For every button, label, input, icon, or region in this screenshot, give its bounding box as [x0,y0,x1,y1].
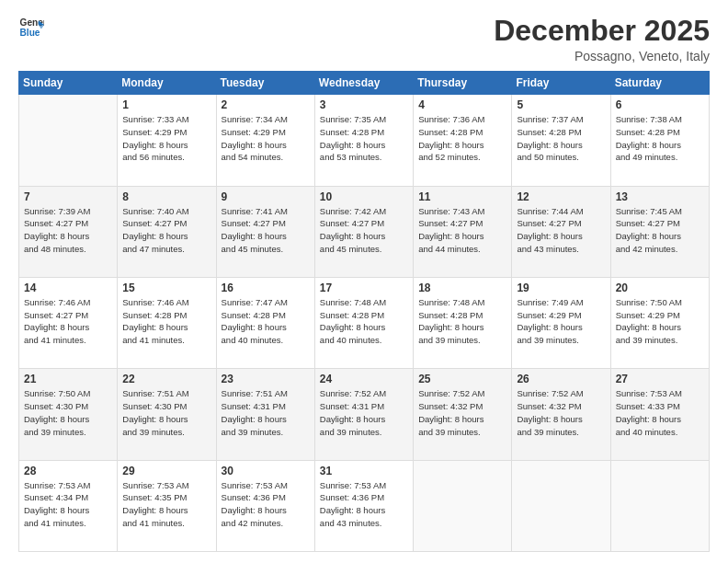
day-info: Sunrise: 7:41 AM Sunset: 4:27 PM Dayligh… [222,205,310,256]
day-info: Sunrise: 7:37 AM Sunset: 4:28 PM Dayligh… [517,113,605,164]
day-info: Sunrise: 7:35 AM Sunset: 4:28 PM Dayligh… [320,113,408,164]
calendar-cell: 1Sunrise: 7:33 AM Sunset: 4:29 PM Daylig… [118,95,216,186]
day-number: 16 [222,282,310,294]
day-number: 28 [24,465,112,477]
calendar-cell: 7Sunrise: 7:39 AM Sunset: 4:27 PM Daylig… [19,186,118,277]
weekday-header-tuesday: Tuesday [216,72,314,95]
weekday-header-row: SundayMondayTuesdayWednesdayThursdayFrid… [19,72,710,95]
day-number: 2 [222,98,310,111]
calendar-cell: 15Sunrise: 7:46 AM Sunset: 4:28 PM Dayli… [118,277,216,368]
calendar-week-2: 7Sunrise: 7:39 AM Sunset: 4:27 PM Daylig… [19,186,710,277]
day-number: 3 [320,98,408,111]
calendar-cell: 8Sunrise: 7:40 AM Sunset: 4:27 PM Daylig… [118,186,216,277]
calendar-cell: 18Sunrise: 7:48 AM Sunset: 4:28 PM Dayli… [414,277,512,368]
day-info: Sunrise: 7:52 AM Sunset: 4:32 PM Dayligh… [517,387,605,438]
day-number: 27 [616,373,704,385]
day-number: 24 [320,373,408,385]
day-info: Sunrise: 7:49 AM Sunset: 4:29 PM Dayligh… [517,296,605,347]
calendar-cell [414,460,512,551]
calendar-cell [610,460,709,551]
weekday-header-monday: Monday [118,72,216,95]
calendar-cell: 5Sunrise: 7:37 AM Sunset: 4:28 PM Daylig… [512,95,610,186]
day-info: Sunrise: 7:47 AM Sunset: 4:28 PM Dayligh… [222,296,310,347]
day-number: 11 [418,190,506,203]
weekday-header-saturday: Saturday [610,72,709,95]
day-number: 6 [616,98,704,111]
location: Possagno, Veneto, Italy [494,49,710,63]
calendar-cell: 29Sunrise: 7:53 AM Sunset: 4:35 PM Dayli… [118,460,216,551]
header: General Blue December 2025 Possagno, Ven… [18,15,710,63]
day-info: Sunrise: 7:48 AM Sunset: 4:28 PM Dayligh… [418,296,506,347]
day-info: Sunrise: 7:48 AM Sunset: 4:28 PM Dayligh… [320,296,408,347]
day-info: Sunrise: 7:43 AM Sunset: 4:27 PM Dayligh… [418,205,506,256]
day-info: Sunrise: 7:52 AM Sunset: 4:31 PM Dayligh… [320,387,408,438]
day-info: Sunrise: 7:53 AM Sunset: 4:35 PM Dayligh… [122,479,210,530]
day-number: 29 [122,465,210,477]
day-number: 13 [616,190,704,203]
calendar-cell: 9Sunrise: 7:41 AM Sunset: 4:27 PM Daylig… [216,186,314,277]
svg-text:Blue: Blue [20,28,40,38]
day-number: 23 [222,373,310,385]
weekday-header-sunday: Sunday [19,72,118,95]
logo-icon: General Blue [18,15,44,40]
day-info: Sunrise: 7:50 AM Sunset: 4:29 PM Dayligh… [616,296,704,347]
day-number: 17 [320,282,408,294]
calendar-cell: 11Sunrise: 7:43 AM Sunset: 4:27 PM Dayli… [414,186,512,277]
calendar-cell: 6Sunrise: 7:38 AM Sunset: 4:28 PM Daylig… [610,95,709,186]
day-number: 10 [320,190,408,203]
day-number: 8 [122,190,210,203]
calendar-cell: 27Sunrise: 7:53 AM Sunset: 4:33 PM Dayli… [610,369,709,460]
day-number: 31 [320,465,408,477]
day-number: 30 [222,465,310,477]
day-number: 22 [122,373,210,385]
day-info: Sunrise: 7:53 AM Sunset: 4:36 PM Dayligh… [222,479,310,530]
month-title: December 2025 [494,15,710,47]
title-block: December 2025 Possagno, Veneto, Italy [494,15,710,63]
day-number: 4 [418,98,506,111]
calendar-cell: 20Sunrise: 7:50 AM Sunset: 4:29 PM Dayli… [610,277,709,368]
logo: General Blue [18,15,44,40]
day-number: 9 [222,190,310,203]
day-number: 18 [418,282,506,294]
calendar-cell: 12Sunrise: 7:44 AM Sunset: 4:27 PM Dayli… [512,186,610,277]
page: General Blue December 2025 Possagno, Ven… [0,0,728,563]
calendar-cell [512,460,610,551]
day-number: 26 [517,373,605,385]
calendar-cell: 10Sunrise: 7:42 AM Sunset: 4:27 PM Dayli… [314,186,413,277]
day-info: Sunrise: 7:52 AM Sunset: 4:32 PM Dayligh… [418,387,506,438]
calendar-cell: 30Sunrise: 7:53 AM Sunset: 4:36 PM Dayli… [216,460,314,551]
day-info: Sunrise: 7:44 AM Sunset: 4:27 PM Dayligh… [517,205,605,256]
calendar-cell: 25Sunrise: 7:52 AM Sunset: 4:32 PM Dayli… [414,369,512,460]
day-info: Sunrise: 7:36 AM Sunset: 4:28 PM Dayligh… [418,113,506,164]
calendar-cell: 26Sunrise: 7:52 AM Sunset: 4:32 PM Dayli… [512,369,610,460]
calendar-cell: 22Sunrise: 7:51 AM Sunset: 4:30 PM Dayli… [118,369,216,460]
day-info: Sunrise: 7:53 AM Sunset: 4:33 PM Dayligh… [616,387,704,438]
calendar-cell: 3Sunrise: 7:35 AM Sunset: 4:28 PM Daylig… [314,95,413,186]
day-info: Sunrise: 7:50 AM Sunset: 4:30 PM Dayligh… [24,387,112,438]
day-info: Sunrise: 7:53 AM Sunset: 4:36 PM Dayligh… [320,479,408,530]
calendar-cell: 13Sunrise: 7:45 AM Sunset: 4:27 PM Dayli… [610,186,709,277]
day-info: Sunrise: 7:46 AM Sunset: 4:27 PM Dayligh… [24,296,112,347]
calendar-cell: 2Sunrise: 7:34 AM Sunset: 4:29 PM Daylig… [216,95,314,186]
calendar-cell: 19Sunrise: 7:49 AM Sunset: 4:29 PM Dayli… [512,277,610,368]
day-info: Sunrise: 7:51 AM Sunset: 4:30 PM Dayligh… [122,387,210,438]
day-info: Sunrise: 7:51 AM Sunset: 4:31 PM Dayligh… [222,387,310,438]
calendar-cell [19,95,118,186]
day-number: 1 [122,98,210,111]
day-info: Sunrise: 7:39 AM Sunset: 4:27 PM Dayligh… [24,205,112,256]
calendar-week-3: 14Sunrise: 7:46 AM Sunset: 4:27 PM Dayli… [19,277,710,368]
calendar-cell: 24Sunrise: 7:52 AM Sunset: 4:31 PM Dayli… [314,369,413,460]
calendar-cell: 4Sunrise: 7:36 AM Sunset: 4:28 PM Daylig… [414,95,512,186]
day-info: Sunrise: 7:42 AM Sunset: 4:27 PM Dayligh… [320,205,408,256]
day-info: Sunrise: 7:33 AM Sunset: 4:29 PM Dayligh… [122,113,210,164]
calendar-cell: 14Sunrise: 7:46 AM Sunset: 4:27 PM Dayli… [19,277,118,368]
weekday-header-wednesday: Wednesday [314,72,413,95]
day-number: 15 [122,282,210,294]
calendar-week-5: 28Sunrise: 7:53 AM Sunset: 4:34 PM Dayli… [19,460,710,551]
day-info: Sunrise: 7:46 AM Sunset: 4:28 PM Dayligh… [122,296,210,347]
calendar-week-1: 1Sunrise: 7:33 AM Sunset: 4:29 PM Daylig… [19,95,710,186]
day-number: 12 [517,190,605,203]
calendar-cell: 28Sunrise: 7:53 AM Sunset: 4:34 PM Dayli… [19,460,118,551]
calendar-cell: 17Sunrise: 7:48 AM Sunset: 4:28 PM Dayli… [314,277,413,368]
weekday-header-friday: Friday [512,72,610,95]
